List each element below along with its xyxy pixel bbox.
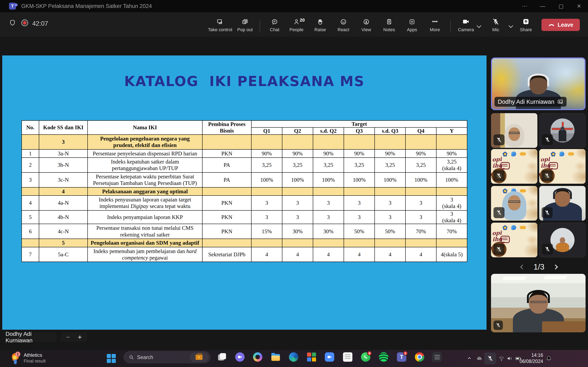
table-cell: 3,25 — [313, 158, 344, 173]
share-button[interactable]: Share — [514, 17, 538, 33]
react-button[interactable]: React — [331, 17, 356, 33]
participant-tile[interactable] — [539, 186, 586, 221]
sports-widget-icon: 1 — [11, 351, 20, 365]
task-view-button[interactable] — [217, 352, 227, 362]
table-cell: 70% — [436, 224, 467, 239]
table-cell — [436, 239, 467, 247]
table-cell: 4 — [39, 187, 87, 196]
wifi-icon[interactable] — [498, 355, 505, 362]
table-cell: 4b-N — [39, 210, 87, 224]
participant-tile[interactable] — [539, 223, 586, 257]
leave-button[interactable]: Leave — [541, 19, 580, 31]
start-button[interactable] — [107, 354, 116, 363]
meet-app-icon[interactable] — [235, 352, 245, 362]
notes-app-icon[interactable] — [432, 352, 442, 362]
window-close-button[interactable]: ✕ — [570, 0, 588, 12]
table-cell: Pelaksanaan anggaran yang optimal — [87, 187, 202, 196]
col-header-target: Target — [251, 120, 467, 127]
table-cell — [436, 134, 467, 150]
section-row: 3Pengelolaan pengeluaran negara yang pru… — [22, 134, 467, 150]
participant-tile[interactable] — [539, 113, 586, 148]
participant-tile[interactable]: opi ihg — [491, 149, 537, 184]
chat-button[interactable]: Chat — [262, 17, 287, 33]
file-explorer-icon[interactable] — [271, 352, 280, 362]
table-cell: Indeks penyusunan laporan capaian target… — [87, 196, 202, 210]
system-mic-muted-button[interactable] — [484, 352, 496, 364]
table-cell: 3,25 (skala 4) — [436, 158, 467, 173]
table-cell: 4 — [22, 196, 39, 210]
onedrive-paused-icon[interactable] — [476, 355, 483, 362]
zoom-app-icon[interactable] — [325, 352, 334, 362]
taskbar-clock[interactable]: 14:16 06/08/2024 — [504, 352, 543, 364]
take-control-icon — [217, 18, 224, 25]
whatsapp-icon[interactable]: 4 — [361, 352, 370, 362]
table-cell — [22, 134, 39, 150]
taskbar-widget[interactable]: 1 Athletics Final result — [11, 351, 46, 365]
meeting-toolbar: 42:07 Take control Pop out Chat 20 Peopl… — [0, 12, 588, 37]
window-maximize-button[interactable]: ▢ — [552, 0, 570, 12]
participant-tile[interactable] — [491, 186, 537, 221]
table-cell — [406, 187, 436, 196]
mic-muted-badge — [493, 320, 503, 330]
take-control-button[interactable]: Take control — [206, 17, 234, 33]
table-cell: Pengelolaan organisasi dan SDM yang adap… — [87, 239, 202, 247]
table-cell: 100% — [436, 173, 467, 187]
zoom-in-button[interactable]: + — [78, 333, 82, 341]
table-cell — [202, 187, 251, 196]
notes-button[interactable]: Notes — [377, 17, 401, 33]
chrome-icon[interactable] — [415, 352, 424, 362]
search-highlight[interactable] — [190, 352, 208, 362]
search-box[interactable]: Search — [124, 351, 210, 363]
slide-title: KATALOG IKI PELAKSANA MS — [2, 73, 486, 89]
self-view-tile[interactable] — [491, 274, 586, 332]
pop-out-button[interactable]: Pop out — [233, 17, 257, 33]
table-cell — [22, 239, 39, 247]
table-cell: 90% — [375, 150, 406, 158]
mic-button[interactable]: Mic — [484, 17, 508, 33]
tray-expand-chevron-icon[interactable] — [466, 355, 472, 361]
zoom-out-button[interactable]: − — [66, 333, 70, 341]
table-cell: 100% — [313, 173, 344, 187]
teams-taskbar-icon[interactable]: T 1 — [397, 352, 406, 362]
mic-muted-badge — [493, 207, 504, 218]
table-cell: 3 — [313, 196, 344, 210]
notifications-bell-icon[interactable] — [545, 355, 552, 362]
table-cell: Persentase transaksi non tunai melalui C… — [87, 224, 202, 239]
window-minimize-button[interactable]: — — [534, 0, 552, 12]
edge-browser-icon[interactable] — [289, 352, 298, 362]
people-count-badge: 20 — [300, 17, 305, 23]
mic-options-chevron[interactable] — [509, 24, 513, 28]
more-button[interactable]: ••• More — [423, 17, 447, 33]
document-app-icon[interactable] — [343, 352, 352, 362]
table-cell — [22, 187, 39, 196]
participant-tile[interactable]: opi ihg — [539, 149, 586, 184]
window-more-button[interactable]: ⋯ — [516, 0, 534, 12]
participant-tile[interactable] — [491, 113, 537, 148]
iki-table: No. Kode SS dan IKI Nama IKI Pembina Pro… — [21, 120, 467, 262]
camera-button[interactable]: Camera — [454, 17, 478, 33]
participant-tile-spotlight[interactable]: Dodhy Adi Kurniawan — [491, 58, 586, 110]
view-button[interactable]: View — [354, 17, 379, 33]
previous-page-chevron[interactable] — [520, 264, 525, 269]
table-cell: 4(skala 5) — [436, 247, 467, 262]
people-button[interactable]: 20 People — [284, 17, 309, 33]
table-cell: 3 — [39, 134, 87, 150]
tray-date: 06/08/2024 — [504, 358, 543, 364]
spotify-icon[interactable] — [379, 352, 388, 362]
virtual-background-logos — [503, 225, 526, 230]
apps-button[interactable]: Apps — [400, 17, 424, 33]
table-cell: 3a-N — [39, 150, 87, 158]
mic-muted-badge — [542, 244, 553, 255]
mic-muted-badge — [542, 207, 553, 218]
meeting-safety-shield-icon — [9, 19, 16, 26]
table-cell — [313, 239, 344, 247]
participant-tile[interactable]: opi ihg — [491, 223, 537, 257]
mic-muted-badge — [493, 134, 504, 145]
next-page-chevron[interactable] — [553, 264, 558, 269]
office-app-icon[interactable] — [307, 352, 316, 362]
raise-hand-button[interactable]: Raise — [308, 17, 332, 33]
table-cell — [202, 239, 251, 247]
table-cell — [251, 134, 282, 150]
copilot-app-icon[interactable] — [253, 352, 262, 362]
presentation-slide: KATALOG IKI PELAKSANA MS No. Kode SS dan… — [2, 55, 486, 330]
